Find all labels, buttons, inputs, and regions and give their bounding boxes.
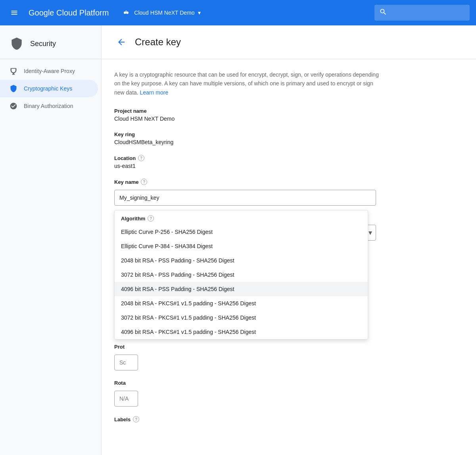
form-content: A key is a cryptographic resource that c… <box>102 59 476 443</box>
sidebar-title: Security <box>30 40 56 48</box>
sidebar: Security Identity-Aware Proxy Cryptograp… <box>0 25 102 455</box>
algorithm-header: Algorithm ? <box>115 210 368 225</box>
algorithm-list: Elliptic Curve P-256 - SHA256 Digest Ell… <box>115 225 368 339</box>
menu-icon[interactable] <box>6 5 22 21</box>
key-name-input[interactable] <box>114 190 376 206</box>
project-name-label: Project name <box>114 108 463 114</box>
sidebar-item-identity-aware-proxy[interactable]: Identity-Aware Proxy <box>0 62 98 80</box>
back-button[interactable] <box>114 35 129 49</box>
protection-label: Prot <box>114 344 463 350</box>
cryptographic-keys-icon <box>10 85 17 93</box>
svg-point-1 <box>126 12 129 14</box>
security-icon <box>10 37 24 51</box>
labels-label: Labels ? <box>114 416 463 422</box>
project-name-field: Project name Cloud HSM NeXT Demo <box>114 108 463 122</box>
sidebar-nav: Identity-Aware Proxy Cryptographic Keys … <box>0 59 101 118</box>
identity-proxy-icon <box>10 67 17 75</box>
page-header: Create key <box>102 25 476 59</box>
sidebar-item-binary-authorization[interactable]: Binary Authorization <box>0 97 98 115</box>
key-ring-value: CloudHSMBeta_keyring <box>114 139 463 145</box>
page-title: Create key <box>135 37 181 48</box>
binary-auth-icon <box>10 102 17 110</box>
key-ring-label: Key ring <box>114 131 463 137</box>
sidebar-item-label: Identity-Aware Proxy <box>24 68 75 74</box>
algorithm-item[interactable]: 2048 bit RSA - PKCS#1 v1.5 padding - SHA… <box>115 296 368 310</box>
app-layout: Security Identity-Aware Proxy Cryptograp… <box>0 25 476 455</box>
sidebar-item-label: Cryptographic Keys <box>24 85 72 92</box>
rotation-label: Rota <box>114 380 463 386</box>
rotation-input[interactable] <box>114 391 138 407</box>
key-name-field: Key name ? <box>114 179 463 206</box>
sidebar-item-label: Binary Authorization <box>24 103 73 109</box>
sidebar-item-cryptographic-keys[interactable]: Cryptographic Keys <box>0 80 98 97</box>
algorithm-help-icon[interactable]: ? <box>148 215 154 222</box>
algorithm-item[interactable]: Elliptic Curve P-384 - SHA384 Digest <box>115 239 368 253</box>
labels-help-icon[interactable]: ? <box>133 416 139 422</box>
project-name-label: Cloud HSM NeXT Demo <box>134 10 194 16</box>
project-dropdown-icon: ▾ <box>198 10 201 16</box>
location-field: Location ? us-east1 <box>114 155 463 169</box>
labels-field: Labels ? <box>114 416 463 422</box>
project-selector[interactable]: Cloud HSM NeXT Demo ▾ <box>121 8 200 17</box>
rotation-period-field: Rota <box>114 380 463 407</box>
algorithm-item[interactable]: 2048 bit RSA - PSS Padding - SHA256 Dige… <box>115 253 368 268</box>
algorithm-item[interactable]: 4096 bit RSA - PKCS#1 v1.5 padding - SHA… <box>115 325 368 339</box>
algorithm-item-selected[interactable]: 4096 bit RSA - PSS Padding - SHA256 Dige… <box>115 282 368 296</box>
app-logo: Google Cloud Platform <box>29 8 109 17</box>
location-help-icon[interactable]: ? <box>138 155 144 161</box>
main-content-area: Create key A key is a cryptographic reso… <box>102 25 476 455</box>
algorithm-item[interactable]: Elliptic Curve P-256 - SHA256 Digest <box>115 225 368 239</box>
protection-input[interactable] <box>114 355 138 370</box>
sidebar-header: Security <box>0 29 101 59</box>
app-header: Google Cloud Platform Cloud HSM NeXT Dem… <box>0 0 476 25</box>
key-name-help-icon[interactable]: ? <box>141 179 147 185</box>
search-box[interactable] <box>374 5 470 21</box>
algorithm-item[interactable]: 3072 bit RSA - PSS Padding - SHA256 Dige… <box>115 268 368 282</box>
algorithm-item[interactable]: 3072 bit RSA - PKCS#1 v1.5 padding - SHA… <box>115 310 368 325</box>
key-ring-field: Key ring CloudHSMBeta_keyring <box>114 131 463 145</box>
algorithm-dropdown: Algorithm ? Elliptic Curve P-256 - SHA25… <box>114 210 368 339</box>
project-icon <box>121 8 131 17</box>
location-label: Location ? <box>114 155 463 161</box>
svg-point-0 <box>124 12 126 14</box>
protection-section: Prot Rota Labels ? <box>114 344 463 422</box>
location-value: us-east1 <box>114 163 463 169</box>
description-text: A key is a cryptographic resource that c… <box>114 70 384 97</box>
key-name-label: Key name ? <box>114 179 463 185</box>
learn-more-link[interactable]: Learn more <box>140 89 169 96</box>
project-name-value: Cloud HSM NeXT Demo <box>114 116 463 122</box>
search-icon <box>379 8 387 18</box>
protection-field: Prot <box>114 344 463 370</box>
